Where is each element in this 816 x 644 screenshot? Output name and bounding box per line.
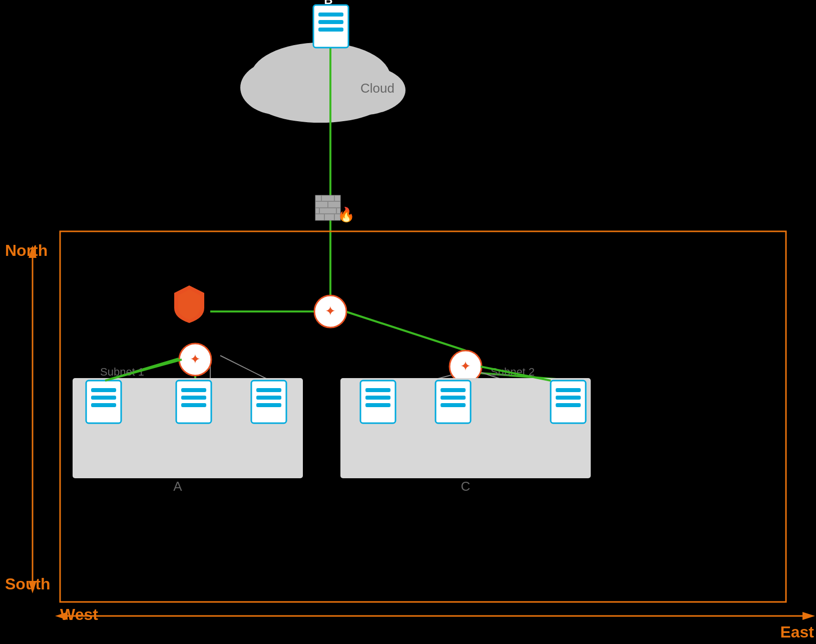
diagram: Cloud (0, 0, 816, 644)
svg-point-1 (240, 60, 320, 115)
svg-text:✦: ✦ (190, 352, 201, 367)
central-hub: ✦ (314, 295, 346, 328)
svg-rect-64 (436, 381, 471, 423)
east-label: East (780, 623, 814, 641)
svg-point-0 (250, 43, 390, 113)
north-label: North (5, 241, 48, 260)
svg-rect-53 (181, 388, 206, 392)
server-subnet2-right (551, 381, 586, 423)
cloud-shape (240, 43, 405, 123)
svg-rect-61 (365, 388, 390, 392)
svg-rect-58 (256, 396, 281, 400)
svg-rect-46 (318, 28, 343, 32)
svg-rect-23 (315, 195, 340, 220)
svg-point-39 (450, 351, 482, 383)
server-subnet2-mid (436, 381, 471, 423)
svg-rect-71 (556, 403, 581, 407)
svg-rect-62 (365, 396, 390, 400)
shield-icon (174, 285, 204, 323)
firewall-icon: 🔥 (315, 195, 355, 223)
svg-line-13 (220, 356, 270, 381)
svg-rect-54 (181, 396, 206, 400)
svg-rect-50 (91, 396, 116, 400)
svg-rect-56 (251, 381, 286, 423)
svg-line-73 (105, 360, 182, 381)
site-a-label: A (173, 479, 182, 494)
server-subnet1-mid (176, 381, 211, 423)
svg-line-8 (345, 311, 466, 351)
svg-rect-52 (176, 381, 211, 423)
svg-rect-67 (441, 403, 466, 407)
svg-point-2 (315, 65, 405, 115)
svg-rect-68 (551, 381, 586, 423)
svg-text:🔥: 🔥 (337, 206, 355, 223)
svg-text:B: B (324, 0, 332, 7)
subnet1-hub: ✦ (179, 344, 211, 376)
svg-line-15 (476, 371, 506, 381)
svg-rect-44 (318, 13, 343, 17)
server-subnet2-left (360, 381, 395, 423)
svg-point-37 (179, 344, 211, 376)
svg-marker-21 (802, 612, 815, 620)
svg-rect-45 (318, 20, 343, 24)
svg-rect-70 (556, 396, 581, 400)
svg-rect-65 (441, 388, 466, 392)
svg-text:✦: ✦ (460, 359, 471, 374)
svg-point-3 (255, 78, 385, 123)
site-c-label: C (461, 479, 471, 494)
svg-line-10 (105, 359, 179, 381)
svg-rect-22 (60, 231, 786, 602)
server-subnet1-right (251, 381, 286, 423)
connections-layer: Cloud (0, 0, 816, 644)
svg-rect-55 (181, 403, 206, 407)
subnet1-label: Subnet 1 (100, 366, 144, 378)
svg-rect-59 (256, 403, 281, 407)
svg-rect-57 (256, 388, 281, 392)
south-label: South (5, 575, 51, 593)
svg-rect-60 (360, 381, 395, 423)
svg-point-35 (314, 295, 346, 328)
svg-rect-63 (365, 403, 390, 407)
svg-rect-42 (340, 378, 591, 478)
svg-rect-43 (313, 5, 348, 48)
svg-rect-41 (73, 378, 303, 478)
svg-rect-66 (441, 396, 466, 400)
svg-line-11 (481, 373, 576, 381)
west-label: West (60, 605, 98, 624)
subnet2-label: Subnet 2 (491, 366, 535, 378)
svg-text:Cloud: Cloud (360, 81, 394, 96)
subnet2-hub: ✦ (450, 351, 482, 383)
svg-rect-51 (91, 403, 116, 407)
svg-rect-49 (91, 388, 116, 392)
svg-line-14 (431, 371, 468, 381)
server-b (313, 5, 348, 48)
server-subnet1-left (86, 381, 121, 423)
svg-text:✦: ✦ (325, 303, 336, 318)
svg-rect-48 (86, 381, 121, 423)
svg-line-72 (481, 367, 551, 381)
svg-rect-69 (556, 388, 581, 392)
